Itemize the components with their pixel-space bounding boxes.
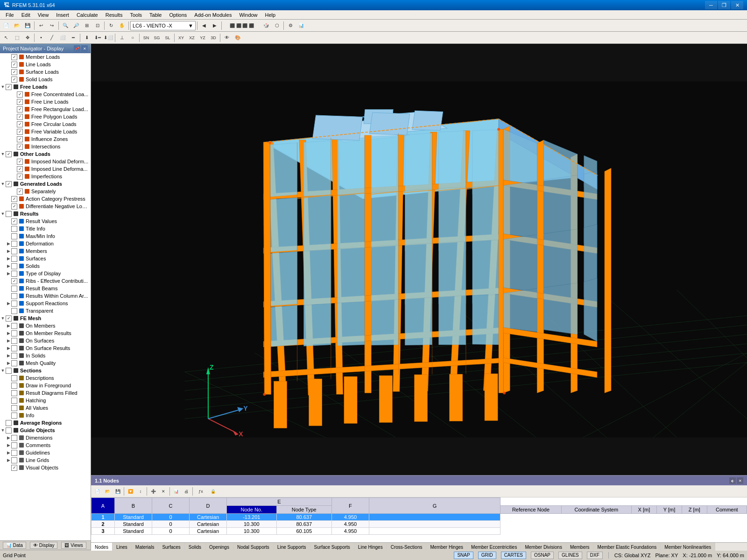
check-hatching[interactable] xyxy=(11,398,17,404)
table-row-1[interactable]: 2Standard0Cartesian10.30080.6374.950 xyxy=(92,521,747,528)
check-type-of-display[interactable] xyxy=(11,271,17,277)
check-other-loads[interactable] xyxy=(6,151,12,157)
table-row-2[interactable]: 3Standard0Cartesian10.30060.1054.950 xyxy=(92,528,747,535)
tb-save[interactable]: 💾 xyxy=(22,21,33,31)
check-draw-foreground[interactable] xyxy=(11,383,17,389)
check-free-variable[interactable] xyxy=(17,129,23,135)
col-header-e[interactable]: E xyxy=(227,498,332,506)
tree-item-imposed-line[interactable]: Imposed Line Deforma... xyxy=(0,165,91,173)
table-close[interactable]: ✕ xyxy=(737,477,743,484)
check-separately[interactable] xyxy=(17,189,23,195)
toggle-other-loads[interactable]: ▼ xyxy=(0,151,6,157)
tree-item-on-member-results[interactable]: ▶On Member Results xyxy=(0,329,91,337)
tree-item-guide-objects[interactable]: ▼Guide Objects xyxy=(0,427,91,434)
tree-item-members[interactable]: ▶Members xyxy=(0,247,91,255)
close-button[interactable]: ✕ xyxy=(731,1,743,9)
check-descriptions[interactable] xyxy=(11,375,17,381)
tree-item-comments[interactable]: ▶Comments xyxy=(0,441,91,449)
col-header-c[interactable]: C xyxy=(152,498,190,514)
tb-redo[interactable]: ↪ xyxy=(47,21,57,31)
tree-item-result-diagrams[interactable]: Result Diagrams Filled xyxy=(0,389,91,397)
tree-item-action-category[interactable]: Action Category Prestress xyxy=(0,195,91,203)
tb-zoom-sel[interactable]: ⊡ xyxy=(92,21,103,31)
check-intersections[interactable] xyxy=(17,144,23,150)
tree-item-result-values[interactable]: Result Values xyxy=(0,217,91,225)
tree-item-free-variable[interactable]: Free Variable Loads xyxy=(0,128,91,135)
tb2-view-3d[interactable]: 3D xyxy=(208,33,218,43)
check-title-info[interactable] xyxy=(11,226,17,232)
tb-rotate[interactable]: ↻ xyxy=(106,21,116,31)
tb2-snap-line[interactable]: SL xyxy=(162,33,173,43)
check-on-members[interactable] xyxy=(11,323,17,329)
tree-item-free-loads[interactable]: ▼Free Loads xyxy=(0,83,91,91)
col-header-g[interactable]: G xyxy=(369,498,500,514)
toggle-guidelines[interactable]: ▶ xyxy=(6,450,11,455)
check-solids[interactable] xyxy=(11,263,17,269)
bottom-tab-line-hinges[interactable]: Line Hinges xyxy=(354,543,387,551)
check-support-reactions[interactable] xyxy=(11,301,17,307)
tree-item-line-grids[interactable]: ▶Line Grids xyxy=(0,456,91,464)
check-generated-loads[interactable] xyxy=(6,181,12,187)
col-header-f[interactable]: F xyxy=(331,498,369,514)
table-row-0[interactable]: 1Standard0Cartesian-13.20180.6374.950 xyxy=(92,514,747,521)
menu-calculate[interactable]: Calculate xyxy=(73,10,102,19)
tree-item-draw-foreground[interactable]: Draw in Foreground xyxy=(0,382,91,389)
check-average-regions[interactable] xyxy=(6,420,12,426)
check-mesh-quality[interactable] xyxy=(11,360,17,366)
tree-item-support-reactions[interactable]: ▶Support Reactions xyxy=(0,300,91,307)
table-tb-delete[interactable]: ✕ xyxy=(158,486,169,497)
bottom-tab-member-elastic-foundations[interactable]: Member Elastic Foundations xyxy=(594,543,661,551)
table-tb-formula[interactable]: ƒx xyxy=(194,486,208,497)
tree-item-line-loads[interactable]: Line Loads xyxy=(0,61,91,68)
tree-item-member-loads[interactable]: Member Loads xyxy=(0,53,91,61)
tree-item-intersections[interactable]: Intersections xyxy=(0,143,91,150)
toggle-guide-objects[interactable]: ▼ xyxy=(0,427,6,433)
tree-item-max-min-info[interactable]: Max/Min Info xyxy=(0,232,91,240)
tb-prev-lc[interactable]: ◀ xyxy=(199,21,209,31)
tree-item-type-of-display[interactable]: ▶Type of Display xyxy=(0,270,91,277)
tree-item-guidelines[interactable]: ▶Guidelines xyxy=(0,449,91,456)
tree-item-solid-loads[interactable]: Solid Loads xyxy=(0,76,91,83)
toggle-dimensions[interactable]: ▶ xyxy=(6,435,11,441)
tree-item-fe-mesh[interactable]: ▼FE Mesh xyxy=(0,315,91,322)
check-comments[interactable] xyxy=(11,442,17,448)
table-tb-insert[interactable]: ➕ xyxy=(148,486,158,497)
tree-item-free-circular[interactable]: Free Circular Loads xyxy=(0,120,91,128)
col-header-b[interactable]: B xyxy=(115,498,152,514)
menu-table[interactable]: Table xyxy=(146,10,165,19)
menu-help[interactable]: Help xyxy=(261,10,280,19)
bottom-tab-line-supports[interactable]: Line Supports xyxy=(274,543,310,551)
tb2-select[interactable]: ↖ xyxy=(1,33,11,43)
check-influence-zones[interactable] xyxy=(17,136,23,142)
tree-item-free-rectangular[interactable]: Free Rectangular Load... xyxy=(0,105,91,113)
check-action-category[interactable] xyxy=(11,196,17,202)
check-result-beams[interactable] xyxy=(11,286,17,292)
tree-item-free-concentrated[interactable]: Free Concentrated Loa... xyxy=(0,91,91,98)
tb-zoom-all[interactable]: ⊞ xyxy=(82,21,92,31)
tree-item-deformation[interactable]: ▶Deformation xyxy=(0,240,91,247)
toggle-comments[interactable]: ▶ xyxy=(6,442,11,448)
toggle-on-surfaces[interactable]: ▶ xyxy=(6,338,11,343)
bottom-tab-members[interactable]: Members xyxy=(566,543,594,551)
tb2-load-line[interactable]: ⬇━ xyxy=(92,33,103,43)
tb-open[interactable]: 📂 xyxy=(12,21,22,31)
tb-new[interactable]: 📄 xyxy=(1,21,11,31)
menu-edit[interactable]: Edit xyxy=(18,10,34,19)
tree-item-imperfections[interactable]: Imperfections xyxy=(0,173,91,180)
menu-options[interactable]: Options xyxy=(165,10,190,19)
bottom-tab-lines[interactable]: Lines xyxy=(113,543,132,551)
status-cartes[interactable]: CARTES xyxy=(501,552,526,559)
tree-item-on-surfaces[interactable]: ▶On Surfaces xyxy=(0,337,91,344)
tb-wireframe[interactable]: ⬡ xyxy=(272,21,282,31)
tb2-support[interactable]: ⊥ xyxy=(117,33,127,43)
check-guide-objects[interactable] xyxy=(6,427,12,434)
check-visual-objects[interactable] xyxy=(11,465,17,471)
tb-calc[interactable]: ⚙ xyxy=(285,21,296,31)
viewport-area[interactable]: Z X Y xyxy=(91,44,747,475)
tb2-load-surface[interactable]: ⬇⬜ xyxy=(103,33,113,43)
status-dxf[interactable]: DXF xyxy=(587,552,603,559)
check-imperfections[interactable] xyxy=(17,174,23,180)
tb2-move[interactable]: ✥ xyxy=(22,33,33,43)
tree-item-all-values[interactable]: All Values xyxy=(0,404,91,412)
load-case-dropdown[interactable]: LC6 - VIENTO -X ▼ xyxy=(130,21,196,30)
